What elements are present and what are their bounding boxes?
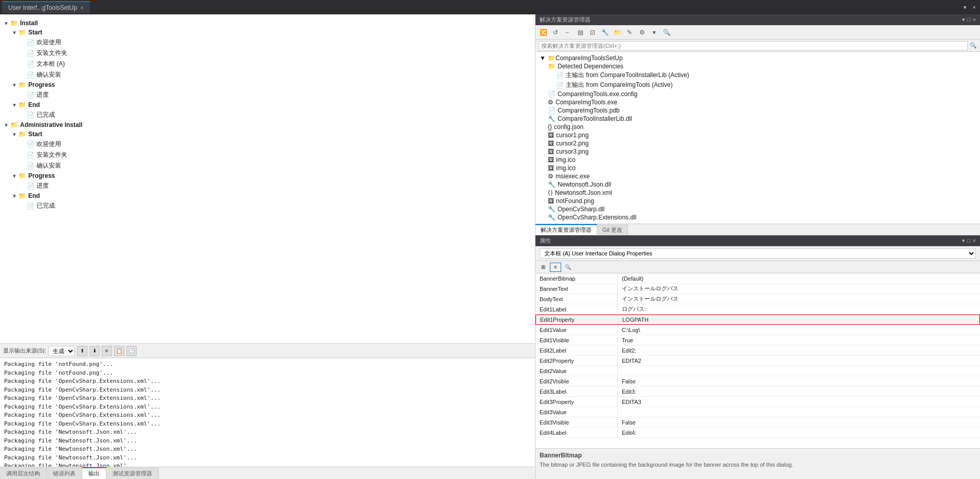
main-tab[interactable]: User Interf...gToolsSetUp × <box>2 1 90 13</box>
tree-leaf[interactable]: 📄 欢迎使用 <box>2 37 533 48</box>
prop-row[interactable]: Edit2Visible False <box>535 376 980 386</box>
sol-toolbar-btn1[interactable]: 🔀 <box>538 27 549 38</box>
sol-tree-item[interactable]: 🖼cursor2.png <box>535 139 980 148</box>
prop-row[interactable]: Edit4Label Edit4: <box>535 428 980 438</box>
prop-row[interactable]: Edit1Value C:\Log\ <box>535 325 980 335</box>
prop-row[interactable]: Edit1Label ログパス: <box>535 304 980 315</box>
tree-group[interactable]: ▼ 📁 Progress <box>2 80 533 89</box>
sol-toolbar-btn9[interactable]: ⚙ <box>636 27 648 38</box>
sol-toolbar-btn8[interactable]: ✎ <box>624 27 635 38</box>
sol-toolbar-btn4[interactable]: ▤ <box>575 27 586 38</box>
sol-toolbar-btn7[interactable]: 📁 <box>612 27 623 38</box>
tree-toggle[interactable]: ▼ <box>10 30 19 35</box>
pin-sol-button[interactable]: ▾ <box>962 16 965 23</box>
tree-group[interactable]: ▼ 📁 End <box>2 100 533 109</box>
tree-leaf[interactable]: 📄 确认安装 <box>2 160 533 171</box>
tree-toggle[interactable]: ▼ <box>10 82 19 88</box>
tree-group[interactable]: ▼ 📁 End <box>2 191 533 200</box>
prop-row[interactable]: Edit1Visible True <box>535 335 980 345</box>
source-select[interactable]: 生成 <box>48 346 75 356</box>
prop-row[interactable]: Edit3Property EDITA3 <box>535 397 980 407</box>
bottom-tab-输出[interactable]: 输出 <box>82 467 106 479</box>
tree-group[interactable]: ▼ 📁 Start <box>2 130 533 139</box>
tree-section[interactable]: ▼ 📁 Install <box>2 19 533 28</box>
prop-row[interactable]: BannerText インストールログパス <box>535 284 980 294</box>
bottom-tab-调用层次结构[interactable]: 调用层次结构 <box>0 468 47 479</box>
prop-row[interactable]: Edit2Label Edit2: <box>535 345 980 356</box>
sol-tree-item[interactable]: 🖼cursor1.png <box>535 131 980 139</box>
find-button[interactable]: 📋 <box>114 346 124 356</box>
sol-tree-item[interactable]: 📄CompareImgTools.exe.config <box>535 90 980 98</box>
prop-row[interactable]: Edit1Property LOGPATH <box>535 315 980 325</box>
tree-toggle[interactable]: ▼ <box>10 102 19 108</box>
pin-prop-button[interactable]: ▾ <box>962 237 965 244</box>
sol-tree-item[interactable]: 📄主输出 from CompareImgTools (Active) <box>535 80 980 90</box>
prop-alphabetical-btn[interactable]: ≡ <box>550 263 561 272</box>
tree-toggle[interactable]: ▼ <box>2 21 10 26</box>
sol-tree-item[interactable]: ⚙CompareImgTools.exe <box>535 98 980 106</box>
word-wrap-button[interactable]: ≡ <box>102 346 112 356</box>
bottom-tab-测试资源管理器[interactable]: 测试资源管理器 <box>106 468 159 479</box>
sol-toolbar-btn3[interactable]: ← <box>562 27 574 38</box>
sol-tab-解决方案资源管理器[interactable]: 解决方案资源管理器 <box>535 224 597 235</box>
sol-root[interactable]: ▼📁CompareImgToolsSetUp <box>535 54 980 62</box>
tree-toggle[interactable]: ▼ <box>10 132 19 137</box>
tree-leaf[interactable]: 📄 安装文件夹 <box>2 150 533 160</box>
sol-tree-item[interactable]: 🖼notFound.png <box>535 197 980 205</box>
sol-toolbar-btn6[interactable]: 🔧 <box>599 27 611 38</box>
prop-row[interactable]: Edit3Label Edit3: <box>535 386 980 397</box>
sol-tree-item[interactable]: 📄主输出 from CompareToolInstallerLib (Activ… <box>535 70 980 80</box>
float-sol-button[interactable]: □ <box>967 16 971 23</box>
sol-tree-item[interactable]: 🔧OpenCvSharp.dll <box>535 205 980 213</box>
sol-tree-item[interactable]: 📄CompareImgTools.pdb <box>535 106 980 115</box>
tree-leaf[interactable]: 📄 进度 <box>2 89 533 100</box>
prop-row[interactable]: Edit3Visible False <box>535 417 980 428</box>
sol-tree-item[interactable]: 🔧CompareToolInstallerLib.dll <box>535 115 980 123</box>
prop-row[interactable]: BodyText インストールログパス <box>535 294 980 304</box>
sol-tree-item[interactable]: ⚙msiexec.exe <box>535 172 980 180</box>
tab-close-button[interactable]: × <box>80 5 83 11</box>
sol-toolbar-btn2[interactable]: ↺ <box>550 27 561 38</box>
sol-tree-item[interactable]: 🖼cursor3.png <box>535 148 980 156</box>
tree-toggle[interactable]: ▼ <box>10 193 19 199</box>
sol-tree-item[interactable]: 🖼img.ico <box>535 156 980 164</box>
sol-tree-item[interactable]: 📁Detected Dependencies <box>535 62 980 70</box>
tree-leaf[interactable]: 📄 确认安装 <box>2 69 533 80</box>
sol-search-icon-btn[interactable]: 🔍 <box>661 27 672 38</box>
clear-output-button[interactable]: ⬆ <box>77 346 87 356</box>
tree-leaf[interactable]: 📄 欢迎使用 <box>2 139 533 150</box>
sol-tree-item[interactable]: 🖼img.ico <box>535 164 980 172</box>
prop-row[interactable]: Edit2Property EDITA2 <box>535 356 980 366</box>
bottom-tab-错误列表[interactable]: 错误列表 <box>47 468 82 479</box>
prop-row[interactable]: BannerBitmap (Default) <box>535 273 980 284</box>
prop-context-select[interactable]: 文本框 (A) User Interface Dialog Properties <box>540 248 976 259</box>
sol-tree-item[interactable]: {}config.json <box>535 123 980 131</box>
tree-leaf[interactable]: 📄 进度 <box>2 180 533 191</box>
prop-row[interactable]: Edit2Value <box>535 366 980 376</box>
settings-button[interactable]: 🕐 <box>126 346 137 356</box>
scroll-up-button[interactable]: ⬇ <box>89 346 100 356</box>
sol-toolbar-btn10[interactable]: ▾ <box>649 27 660 38</box>
tree-toggle[interactable]: ▼ <box>10 173 19 179</box>
tree-leaf[interactable]: 📄 安装文件夹 <box>2 48 533 59</box>
sol-toolbar-btn5[interactable]: ⊡ <box>587 27 598 38</box>
auto-hide-button[interactable]: × <box>971 4 978 11</box>
tree-toggle[interactable]: ▼ <box>2 122 10 128</box>
tree-group[interactable]: ▼ 📁 Start <box>2 28 533 37</box>
prop-row[interactable]: Edit3Value <box>535 407 980 417</box>
sol-tree-item[interactable]: 🔧OpenCvSharp.Extensions.dll <box>535 213 980 222</box>
pin-button[interactable]: ▾ <box>961 4 969 11</box>
prop-search-btn[interactable]: 🔍 <box>562 263 574 272</box>
tree-group[interactable]: ▼ 📁 Progress <box>2 171 533 180</box>
sol-tree-item[interactable]: 🔧Newtonsoft.Json.dll <box>535 180 980 189</box>
prop-categorized-btn[interactable]: ⊞ <box>538 263 549 272</box>
close-prop-button[interactable]: × <box>973 237 976 244</box>
sol-search-input[interactable] <box>539 41 968 50</box>
tree-leaf[interactable]: 📄 已完成 <box>2 109 533 120</box>
sol-tab-Git 更改[interactable]: Git 更改 <box>597 225 628 235</box>
tree-leaf[interactable]: 📄 文本框 (A) <box>2 59 533 69</box>
close-sol-button[interactable]: × <box>973 16 976 23</box>
tree-section[interactable]: ▼ 📁 Administrative Install <box>2 120 533 130</box>
sol-tree-item[interactable]: ⟨⟩Newtonsoft.Json.xml <box>535 189 980 197</box>
float-prop-button[interactable]: □ <box>967 237 971 244</box>
